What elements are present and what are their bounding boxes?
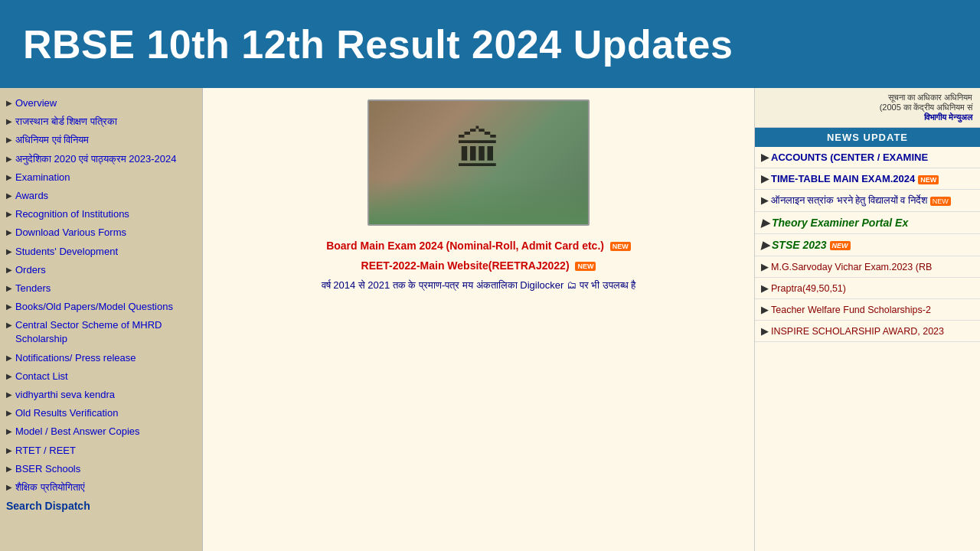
news-list: ▶ACCOUNTS (CENTER / EXAMINE▶TIME-TABLE M… bbox=[755, 147, 980, 342]
sidebar-arrow-icon-4: ▶ bbox=[6, 172, 12, 183]
sidebar-label-16: Old Results Verification bbox=[15, 406, 118, 420]
news-arrow-icon-6: ▶ bbox=[761, 283, 769, 294]
news-arrow-icon-7: ▶ bbox=[761, 305, 769, 315]
main-layout: ▶Overview▶राजस्थान बोर्ड शिक्षण पत्रिका▶… bbox=[0, 88, 980, 551]
sidebar-label-15: vidhyarthi seva kendra bbox=[15, 388, 115, 402]
sidebar: ▶Overview▶राजस्थान बोर्ड शिक्षण पत्रिका▶… bbox=[0, 88, 203, 551]
sidebar-label-0: Overview bbox=[15, 96, 57, 110]
building-image bbox=[368, 99, 590, 226]
sidebar-arrow-icon-8: ▶ bbox=[6, 246, 12, 257]
news-item-0[interactable]: ▶ACCOUNTS (CENTER / EXAMINE bbox=[755, 147, 980, 168]
sidebar-item-4[interactable]: ▶Examination bbox=[0, 168, 202, 187]
new-badge-1: NEW bbox=[610, 242, 631, 251]
sidebar-item-21[interactable]: Search Dispatch bbox=[0, 497, 202, 517]
news-header: NEWS UPDATE bbox=[755, 128, 980, 147]
new-badge-2: NEW bbox=[575, 262, 596, 271]
board-exam-text: Board Main Exam 2024 (Nominal-Roll, Admi… bbox=[326, 240, 604, 252]
sidebar-label-12: Central Sector Scheme of MHRD Scholarshi… bbox=[15, 318, 194, 346]
sidebar-label-1: राजस्थान बोर्ड शिक्षण पत्रिका bbox=[15, 115, 117, 129]
sidebar-item-19[interactable]: ▶BSER Schools bbox=[0, 460, 202, 478]
sidebar-arrow-icon-6: ▶ bbox=[6, 209, 12, 220]
sidebar-label-6: Recognition of Institutions bbox=[15, 207, 129, 221]
sidebar-item-5[interactable]: ▶Awards bbox=[0, 187, 202, 205]
sidebar-item-11[interactable]: ▶Books/Old Papers/Model Questions bbox=[0, 298, 202, 316]
sidebar-arrow-icon-17: ▶ bbox=[6, 426, 12, 437]
sidebar-label-10: Tenders bbox=[15, 282, 51, 295]
news-arrow-icon-8: ▶ bbox=[761, 326, 769, 337]
news-new-badge-4: NEW bbox=[830, 241, 851, 250]
news-item-3[interactable]: ▶Theory Examiner Portal Ex bbox=[755, 212, 980, 234]
sidebar-item-15[interactable]: ▶vidhyarthi seva kendra bbox=[0, 386, 202, 404]
digilocker-text: वर्ष 2014 से 2021 तक के प्रमाण-पत्र मय अ… bbox=[322, 279, 636, 292]
sidebar-label-9: Orders bbox=[15, 263, 46, 277]
sidebar-item-1[interactable]: ▶राजस्थान बोर्ड शिक्षण पत्रिका bbox=[0, 112, 202, 131]
sidebar-arrow-icon-15: ▶ bbox=[6, 390, 12, 400]
rti-text2: (2005 का केंद्रीय अधिनियम सं bbox=[763, 103, 972, 112]
sidebar-arrow-icon-1: ▶ bbox=[6, 116, 12, 127]
sidebar-item-2[interactable]: ▶अधिनियम एवं विनियम bbox=[0, 131, 202, 149]
page-title: RBSE 10th 12th Result 2024 Updates bbox=[23, 21, 733, 67]
reet-text: REET-2022-Main Website(REETRAJ2022) bbox=[361, 259, 570, 272]
news-item-1[interactable]: ▶TIME-TABLE MAIN EXAM.2024NEW bbox=[755, 168, 980, 190]
sidebar-item-18[interactable]: ▶RTET / REET bbox=[0, 442, 202, 460]
sidebar-arrow-icon-2: ▶ bbox=[6, 135, 12, 145]
sidebar-item-9[interactable]: ▶Orders bbox=[0, 261, 202, 279]
rti-text1: सूचना का अधिकार अधिनियम bbox=[763, 93, 972, 103]
sidebar-arrow-icon-10: ▶ bbox=[6, 283, 12, 294]
news-arrow-icon-1: ▶ bbox=[761, 173, 769, 184]
sidebar-arrow-icon-5: ▶ bbox=[6, 191, 12, 201]
sidebar-label-7: Download Various Forms bbox=[15, 226, 126, 240]
sidebar-arrow-icon-0: ▶ bbox=[6, 98, 12, 109]
board-exam-link[interactable]: Board Main Exam 2024 (Nominal-Roll, Admi… bbox=[326, 240, 631, 252]
news-item-7[interactable]: ▶Teacher Welfare Fund Scholarships-2 bbox=[755, 299, 980, 321]
sidebar-item-16[interactable]: ▶Old Results Verification bbox=[0, 404, 202, 422]
sidebar-arrow-icon-9: ▶ bbox=[6, 265, 12, 276]
news-item-5[interactable]: ▶M.G.Sarvoday Vichar Exam.2023 (RB bbox=[755, 256, 980, 278]
sidebar-arrow-icon-18: ▶ bbox=[6, 445, 12, 456]
sidebar-item-8[interactable]: ▶Students' Development bbox=[0, 243, 202, 261]
reet-link[interactable]: REET-2022-Main Website(REETRAJ2022) NEW bbox=[361, 259, 596, 272]
sidebar-item-14[interactable]: ▶Contact List bbox=[0, 367, 202, 386]
news-arrow-icon-4: ▶ bbox=[761, 239, 769, 251]
news-item-4[interactable]: ▶STSE 2023NEW bbox=[755, 234, 980, 256]
sidebar-arrow-icon-3: ▶ bbox=[6, 154, 12, 165]
sidebar-item-20[interactable]: ▶शैक्षिक प्रतियोगिताएं bbox=[0, 478, 202, 497]
sidebar-label-20: शैक्षिक प्रतियोगिताएं bbox=[15, 481, 85, 494]
news-item-8[interactable]: ▶INSPIRE SCHOLARSHIP AWARD, 2023 bbox=[755, 321, 980, 342]
news-arrow-icon-5: ▶ bbox=[761, 262, 769, 272]
news-new-badge-1: NEW bbox=[918, 175, 939, 184]
sidebar-arrow-icon-13: ▶ bbox=[6, 353, 12, 364]
header: RBSE 10th 12th Result 2024 Updates bbox=[0, 0, 980, 88]
sidebar-label-3: अनुदेशिका 2020 एवं पाठ्यक्रम 2023-2024 bbox=[15, 152, 177, 166]
news-item-2[interactable]: ▶ऑनलाइन सत्रांक भरने हेतु विद्यालयों व न… bbox=[755, 190, 980, 212]
news-arrow-icon-2: ▶ bbox=[761, 195, 769, 206]
right-top-info: सूचना का अधिकार अधिनियम (2005 का केंद्री… bbox=[755, 88, 980, 128]
news-item-6[interactable]: ▶Praptra(49,50,51) bbox=[755, 278, 980, 299]
news-arrow-icon-3: ▶ bbox=[761, 217, 769, 229]
sidebar-item-6[interactable]: ▶Recognition of Institutions bbox=[0, 205, 202, 223]
sidebar-label-2: अधिनियम एवं विनियम bbox=[15, 133, 89, 147]
sidebar-label-18: RTET / REET bbox=[15, 444, 76, 458]
sidebar-item-7[interactable]: ▶Download Various Forms bbox=[0, 223, 202, 242]
sidebar-label-11: Books/Old Papers/Model Questions bbox=[15, 300, 173, 314]
sidebar-label-14: Contact List bbox=[15, 370, 68, 383]
sidebar-arrow-icon-12: ▶ bbox=[6, 320, 12, 331]
sidebar-item-3[interactable]: ▶अनुदेशिका 2020 एवं पाठ्यक्रम 2023-2024 bbox=[0, 150, 202, 168]
sidebar-item-0[interactable]: ▶Overview bbox=[0, 94, 202, 112]
sidebar-arrow-icon-7: ▶ bbox=[6, 227, 12, 238]
main-content: Board Main Exam 2024 (Nominal-Roll, Admi… bbox=[203, 88, 754, 551]
sidebar-item-13[interactable]: ▶Notifications/ Press release bbox=[0, 349, 202, 367]
sidebar-arrow-icon-16: ▶ bbox=[6, 408, 12, 419]
sidebar-arrow-icon-11: ▶ bbox=[6, 302, 12, 312]
sidebar-label-17: Model / Best Answer Copies bbox=[15, 425, 140, 439]
sidebar-label-4: Examination bbox=[15, 171, 70, 184]
sidebar-arrow-icon-19: ▶ bbox=[6, 464, 12, 474]
sidebar-item-17[interactable]: ▶Model / Best Answer Copies bbox=[0, 422, 202, 441]
sidebar-label-8: Students' Development bbox=[15, 245, 118, 259]
manual-link[interactable]: विभागीय मेन्युअल bbox=[924, 112, 972, 122]
sidebar-item-12[interactable]: ▶Central Sector Scheme of MHRD Scholarsh… bbox=[0, 316, 202, 348]
sidebar-item-10[interactable]: ▶Tenders bbox=[0, 279, 202, 298]
right-panel: सूचना का अधिकार अधिनियम (2005 का केंद्री… bbox=[754, 88, 980, 551]
sidebar-label-13: Notifications/ Press release bbox=[15, 351, 136, 365]
sidebar-arrow-icon-14: ▶ bbox=[6, 371, 12, 382]
